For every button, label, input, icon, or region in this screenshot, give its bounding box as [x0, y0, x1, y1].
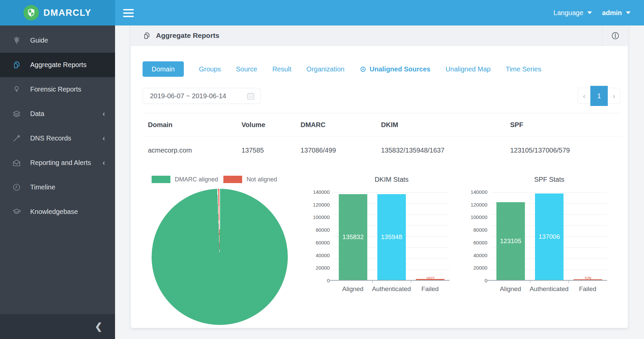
caret-down-icon — [587, 11, 592, 14]
chevron-left-icon: ‹ — [103, 135, 105, 142]
chart-title: SPF Stats — [491, 176, 607, 183]
column-header-spf: SPF — [510, 121, 621, 129]
column-header-dkim: DKIM — [381, 121, 510, 129]
cell-spf: 123105/137006/579 — [510, 147, 621, 154]
layers-icon — [12, 109, 21, 118]
dkim-stats-chart: DKIM Stats 14000012000010000080000600004… — [304, 175, 453, 297]
column-header-domain: Domain — [148, 121, 241, 129]
date-range-picker[interactable]: 2019-06-07 ~ 2019-06-14 — [143, 88, 261, 104]
card-header: Aggregate Reports — [131, 25, 628, 46]
language-dropdown[interactable]: Language — [553, 9, 592, 17]
cell-dmarc: 137086/499 — [301, 147, 381, 154]
bar-value-label: 579 — [585, 276, 591, 281]
open-mail-icon — [12, 158, 21, 167]
date-range-value: 2019-06-07 ~ 2019-06-14 — [150, 92, 226, 100]
dmarc-aligned-swatch — [152, 176, 170, 183]
sidebar-item-label: Aggregate Reports — [30, 61, 87, 69]
sidebar-item-label: Guide — [30, 37, 48, 44]
tab-domain[interactable]: Domain — [143, 61, 184, 77]
sidebar-item-dns-records[interactable]: DNS Records ‹ — [0, 126, 115, 151]
x-label-failed: Failed — [401, 285, 459, 293]
spf-stats-chart: SPF Stats 140000120000100000800006000040… — [461, 175, 610, 297]
caret-down-icon — [626, 11, 631, 14]
table-row[interactable]: acmecorp.com 137585 137086/499 135832/13… — [143, 137, 621, 164]
not-aligned-swatch — [223, 176, 242, 183]
tab-unaligned-sources[interactable]: Unaligned Sources — [360, 65, 430, 73]
legend-label-aligned: DMARC aligned — [175, 176, 218, 183]
tab-groups[interactable]: Groups — [199, 65, 221, 73]
column-header-volume: Volume — [241, 121, 301, 129]
dmarc-alignment-pie-chart — [152, 189, 288, 325]
plot-area: 123105 137006 579 — [491, 192, 607, 281]
pie-legend: DMARC aligned Not aligned — [152, 176, 277, 183]
legend-label-not-aligned: Not aligned — [247, 176, 277, 183]
bar-value-label: 135832 — [342, 233, 364, 241]
chevron-left-icon: ‹ — [103, 110, 105, 118]
x-label-failed: Failed — [559, 285, 616, 293]
cell-dkim: 135832/135948/1637 — [381, 147, 510, 154]
brand-logo[interactable]: DMARCLY — [0, 0, 115, 25]
sidebar-item-label: DNS Records — [30, 134, 71, 142]
sidebar-item-reporting-and-alerts[interactable]: Reporting and Alerts ‹ — [0, 151, 115, 175]
bar-aligned: 123105 — [496, 202, 525, 280]
user-menu-dropdown[interactable]: admin — [602, 9, 631, 17]
sidebar-item-data[interactable]: Data ‹ — [0, 102, 115, 126]
bar-failed: 579 — [574, 279, 602, 280]
copy-pages-icon — [143, 32, 151, 40]
sidebar-item-label: Forensic Reports — [30, 86, 81, 93]
bullseye-icon — [360, 66, 367, 73]
hamburger-menu-icon[interactable] — [123, 9, 134, 17]
username-label: admin — [602, 9, 622, 17]
sidebar-item-guide[interactable]: Guide — [0, 28, 115, 53]
bar-value-label: 135948 — [381, 233, 402, 241]
collapse-sidebar-icon[interactable]: ❮ — [95, 321, 102, 332]
graduation-cap-icon — [12, 207, 21, 216]
report-tabs: Domain Groups Source Result Organization… — [143, 61, 541, 77]
aggregate-reports-card: Aggregate Reports Domain Groups Source R… — [131, 25, 628, 328]
column-header-dmarc: DMARC — [301, 121, 381, 129]
language-label: Language — [553, 9, 583, 17]
lightbulb-icon — [12, 85, 21, 94]
table-header-row: Domain Volume DMARC DKIM SPF — [143, 113, 621, 137]
cell-volume: 137585 — [241, 147, 301, 154]
pagination: ‹ 1 › — [578, 88, 621, 104]
y-axis: 140000120000100000800006000040000200000 — [304, 192, 330, 281]
calendar-icon — [246, 92, 255, 101]
tab-source[interactable]: Source — [236, 65, 257, 73]
sidebar-item-timeline[interactable]: Timeline — [0, 175, 115, 200]
tab-organization[interactable]: Organization — [307, 65, 344, 73]
plot-area: 135832 135948 1637 — [334, 192, 449, 281]
sidebar-item-aggregate-reports[interactable]: Aggregate Reports — [0, 53, 115, 77]
next-page-icon[interactable]: › — [608, 92, 620, 100]
tab-time-series[interactable]: Time Series — [506, 65, 541, 73]
sidebar-item-label: Reporting and Alerts — [30, 159, 91, 167]
copy-pages-icon — [12, 60, 21, 69]
bar-value-label: 123105 — [500, 237, 521, 245]
cell-domain: acmecorp.com — [148, 147, 241, 154]
sidebar-item-knowledgebase[interactable]: Knowledgebase — [0, 200, 115, 224]
tab-unaligned-map[interactable]: Unaligned Map — [445, 65, 491, 73]
tab-result[interactable]: Result — [272, 65, 291, 73]
bar-value-label: 137006 — [539, 233, 560, 240]
prev-page-icon[interactable]: ‹ — [578, 92, 590, 100]
bar-failed: 1637 — [416, 279, 444, 280]
chevron-left-icon: ‹ — [103, 159, 105, 167]
page-title: Aggregate Reports — [156, 32, 219, 40]
y-axis: 140000120000100000800006000040000200000 — [461, 192, 487, 281]
aggregate-report-table: Domain Volume DMARC DKIM SPF acmecorp.co… — [143, 113, 621, 164]
topbar: DMARCLY Language admin — [0, 0, 644, 25]
sidebar-item-label: Data — [30, 110, 44, 118]
sidebar-footer: ❮ — [0, 314, 115, 339]
info-circle-icon[interactable] — [602, 25, 628, 46]
sidebar-item-forensic-reports[interactable]: Forensic Reports — [0, 77, 115, 102]
signpost-icon — [12, 36, 21, 45]
sidebar: Guide Aggregate Reports Forensic Reports… — [0, 25, 115, 339]
chart-title: DKIM Stats — [334, 176, 449, 183]
sidebar-item-label: Knowledgebase — [30, 208, 78, 216]
clock-icon — [12, 183, 21, 192]
bar-aligned: 135832 — [339, 194, 367, 280]
brand-name: DMARCLY — [43, 8, 91, 18]
current-page-button[interactable]: 1 — [590, 86, 607, 106]
shield-logo-icon — [23, 5, 39, 20]
sidebar-item-label: Timeline — [30, 183, 55, 191]
